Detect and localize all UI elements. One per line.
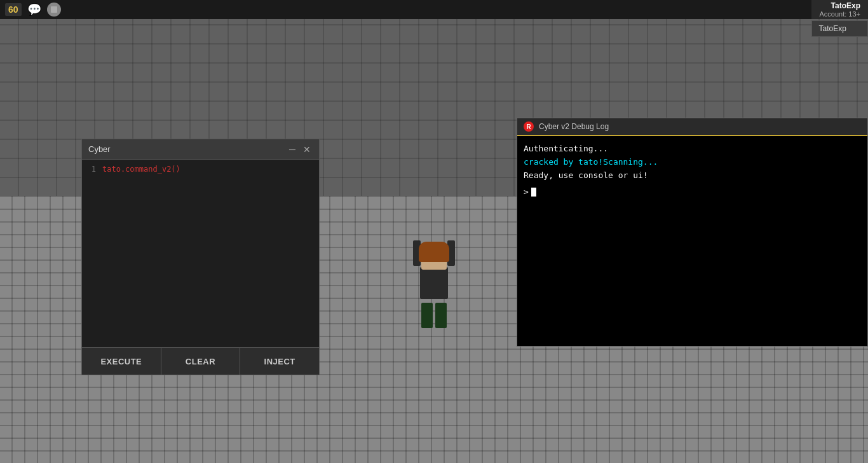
debug-content: Authenticating... cracked by tato!Scanni…	[517, 136, 867, 346]
cyber-minimize-button[interactable]: ─	[287, 145, 297, 154]
user-account-label: Account: 13+	[819, 10, 860, 18]
user-info-bar: TatoExp Account: 13+	[811, 0, 868, 19]
frame-counter: 60	[5, 3, 22, 16]
editor-line-1: 1 tato.command_v2()	[87, 165, 314, 174]
execute-button[interactable]: EXECUTE	[82, 348, 161, 375]
debug-line-3: Ready, use console or ui!	[524, 169, 861, 183]
user-dropdown[interactable]: TatoExp	[811, 20, 868, 37]
character-body	[420, 267, 448, 299]
line-code-1: tato.command_v2()	[102, 165, 180, 174]
clear-button[interactable]: CLEAR	[161, 348, 241, 375]
character-head	[421, 247, 447, 270]
user-name: TatoExp	[831, 1, 860, 10]
debug-titlebar: R Cyber v2 Debug Log	[517, 118, 867, 136]
debug-line-2: cracked by tato!Scanning...	[524, 156, 861, 169]
cyber-titlebar: Cyber ─ ✕	[82, 139, 319, 160]
chat-icon[interactable]: 💬	[27, 2, 42, 17]
character-right-leg	[435, 303, 447, 328]
svg-rect-1	[51, 6, 57, 13]
cyber-action-buttons: EXECUTE CLEAR INJECT	[82, 347, 319, 375]
cyber-window-title: Cyber	[88, 144, 111, 154]
character-hair	[419, 242, 449, 262]
line-number-1: 1	[87, 165, 96, 174]
debug-line-1: Authenticating...	[524, 142, 861, 156]
debug-prompt: >	[524, 187, 861, 197]
user-info-panel: TatoExp Account: 13+ TatoExp	[811, 0, 868, 37]
debug-log-window: R Cyber v2 Debug Log Authenticating... c…	[517, 118, 868, 347]
roblox-titlebar: 60 💬 ─ □ ✕	[0, 0, 868, 19]
debug-roblox-icon: R	[524, 121, 534, 132]
roblox-character	[409, 247, 459, 336]
debug-window-title: Cyber v2 Debug Log	[539, 122, 609, 131]
character-legs	[420, 303, 448, 328]
cyber-code-editor[interactable]: 1 tato.command_v2()	[82, 160, 319, 347]
character-left-leg	[421, 303, 433, 328]
cyber-window-controls: ─ ✕	[287, 145, 313, 154]
inject-button[interactable]: INJECT	[240, 348, 319, 375]
roblox-logo-icon	[47, 3, 61, 17]
cyber-executor-window: Cyber ─ ✕ 1 tato.command_v2() EXECUTE CL…	[81, 139, 320, 375]
cyber-close-button[interactable]: ✕	[301, 145, 313, 154]
debug-cursor	[531, 188, 536, 197]
titlebar-left: 60 💬	[5, 2, 61, 17]
